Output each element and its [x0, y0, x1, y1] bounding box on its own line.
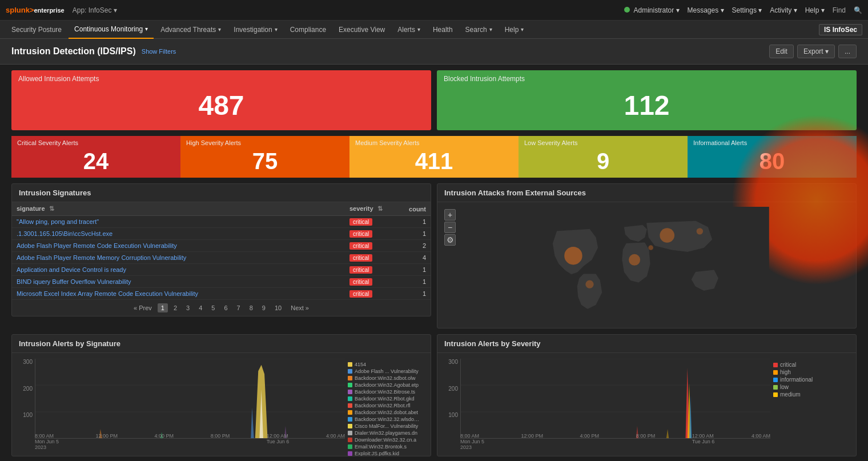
- signature-link[interactable]: BIND iquery Buffer Overflow Vulnerabilit…: [17, 278, 131, 285]
- admin-indicator[interactable]: Administrator ▾: [624, 6, 680, 14]
- page-number-button[interactable]: 1: [158, 303, 168, 312]
- critical-severity-panel: Critical Severity Alerts 24: [11, 136, 180, 178]
- legend-label: 4154: [355, 362, 366, 367]
- legend-item: critical: [773, 362, 847, 368]
- chart-signature-col: Intrusion Alerts by Signature 300 200 10…: [11, 334, 431, 461]
- chart-severity-content: [460, 359, 770, 439]
- medium-severity-label: Medium Severity Alerts: [355, 139, 513, 146]
- attack-bubble-5: [697, 228, 703, 234]
- legend-color-dot: [348, 390, 352, 394]
- prev-page-button[interactable]: « Prev: [130, 303, 155, 312]
- search-icon[interactable]: 🔍: [854, 6, 862, 14]
- nav-continuous-monitoring[interactable]: Continuous Monitoring: [69, 21, 154, 39]
- legend-item: Email:Win32.Brontok.s: [348, 444, 422, 450]
- zoom-out-button[interactable]: −: [444, 222, 456, 233]
- page-number-button[interactable]: 7: [234, 303, 244, 312]
- nav-executive-view[interactable]: Executive View: [333, 21, 391, 39]
- count-cell: 1: [396, 264, 431, 276]
- table-row: Microsoft Excel Index Array Remote Code …: [12, 288, 431, 300]
- legend-label: Backdoor:Win32.sdbot.olw: [355, 375, 416, 381]
- allowed-value: 487: [18, 85, 424, 126]
- page-number-button[interactable]: 8: [246, 303, 256, 312]
- signature-link[interactable]: Application and Device Control is ready: [17, 266, 126, 273]
- splunk-logo: splunk>enterprise: [6, 6, 65, 14]
- map-settings-button[interactable]: ⚙: [444, 234, 456, 246]
- messages-menu[interactable]: Messages ▾: [688, 6, 724, 14]
- edit-button[interactable]: Edit: [769, 45, 794, 58]
- right-column: Intrusion Attacks from External Sources …: [437, 183, 857, 334]
- is-badge: IS InfoSec: [819, 24, 862, 35]
- signature-link[interactable]: Adobe Flash Player Remote Code Execution…: [17, 242, 177, 249]
- help-menu[interactable]: Help ▾: [805, 6, 825, 14]
- nav-help[interactable]: Help: [499, 21, 530, 39]
- legend-item: high: [773, 369, 847, 375]
- signature-link[interactable]: .1.3001.165.105\Bin\ccSvcHst.exe: [17, 230, 112, 237]
- show-filters-link[interactable]: Show Filters: [142, 48, 176, 55]
- export-button[interactable]: Export ▾: [797, 45, 835, 58]
- page-number-button[interactable]: 4: [195, 303, 206, 312]
- legend-label: Backdoor:Win32.Rbot.rfl: [355, 403, 411, 408]
- table-row: "Allow ping, pong and tracert" critical …: [12, 216, 431, 228]
- nav-compliance[interactable]: Compliance: [284, 21, 332, 39]
- y-axis-left: 300 200 100: [18, 359, 35, 439]
- charts-row: Intrusion Alerts by Signature 300 200 10…: [11, 334, 857, 461]
- signature-link[interactable]: Microsoft Excel Index Array Remote Code …: [17, 290, 198, 297]
- x-axis-signature: 8:00 AMMon Jun 52023 12:00 PM 4:00 PM 8:…: [35, 431, 345, 450]
- legend-color-dot: [773, 392, 778, 397]
- svg-marker-5: [246, 365, 271, 438]
- nav-alerts[interactable]: Alerts: [392, 21, 426, 39]
- page-number-button[interactable]: 5: [208, 303, 218, 312]
- find-label: Find: [833, 6, 846, 14]
- more-button[interactable]: ...: [838, 45, 857, 58]
- header-actions: Edit Export ▾ ...: [769, 45, 857, 58]
- intrusion-signatures-title: Intrusion Signatures: [12, 184, 431, 202]
- signature-link[interactable]: "Allow ping, pong and tracert": [17, 218, 99, 225]
- chart-signature-area: 300 200 100: [12, 353, 431, 456]
- legend-item: informational: [773, 376, 847, 383]
- page-number-button[interactable]: 6: [220, 303, 231, 312]
- page-number-button[interactable]: 9: [259, 303, 269, 312]
- severity-badge: critical: [349, 230, 372, 238]
- signature-link[interactable]: Adobe Flash Player Remote Memory Corrupt…: [17, 254, 186, 261]
- activity-menu[interactable]: Activity ▾: [770, 6, 797, 14]
- intrusion-map-title: Intrusion Attacks from External Sources: [437, 184, 856, 202]
- world-map-svg: [442, 207, 851, 321]
- legend-color-dot: [773, 378, 778, 382]
- sort-icon-severity: ⇅: [377, 205, 383, 212]
- allowed-label: Allowed Intrusion Attempts: [18, 75, 424, 83]
- page-number-button[interactable]: 2: [170, 303, 180, 312]
- nav-health[interactable]: Health: [427, 21, 459, 39]
- legend-color-dot: [348, 417, 352, 422]
- legend-color-dot: [348, 403, 352, 408]
- low-severity-value: 9: [524, 149, 682, 174]
- col-header-count[interactable]: count: [396, 202, 431, 216]
- legend-color-dot: [348, 444, 352, 449]
- legend-item: Backdoor:Win32.Bitrose.ts: [348, 389, 422, 395]
- app-name[interactable]: App: InfoSec ▾: [73, 6, 117, 14]
- legend-item: Backdoor:Win32.sdbot.olw: [348, 375, 422, 381]
- chart-severity-legend: criticalhighinformationallowmedium: [770, 359, 850, 450]
- col-header-severity[interactable]: severity ⇅: [345, 202, 396, 216]
- nav-security-posture[interactable]: Security Posture: [6, 21, 67, 39]
- table-row: Adobe Flash Player Remote Memory Corrupt…: [12, 252, 431, 264]
- chart-severity-with-legend: 300 200 100: [443, 359, 850, 450]
- critical-severity-label: Critical Severity Alerts: [17, 139, 175, 146]
- nav-advanced-threats[interactable]: Advanced Threats: [155, 21, 227, 39]
- nav-investigation[interactable]: Investigation: [228, 21, 283, 39]
- table-row: Application and Device Control is ready …: [12, 264, 431, 276]
- high-severity-label: High Severity Alerts: [186, 139, 344, 146]
- severity-badge: critical: [349, 290, 372, 298]
- nav-search[interactable]: Search: [460, 21, 498, 39]
- col-header-signature[interactable]: signature ⇅: [12, 202, 345, 216]
- low-severity-label: Low Severity Alerts: [524, 139, 682, 146]
- next-page-button[interactable]: Next »: [287, 303, 312, 312]
- informational-severity-panel: Informational Alerts 80: [688, 136, 857, 178]
- informational-severity-value: 80: [693, 149, 851, 174]
- settings-menu[interactable]: Settings ▾: [732, 6, 762, 14]
- zoom-in-button[interactable]: +: [444, 209, 456, 221]
- high-severity-value: 75: [186, 149, 344, 174]
- legend-label: Backdoor:Win32.32.wlsdoor.iq: [355, 416, 422, 422]
- legend-label: Backdoor:Win32.Bitrose.ts: [355, 389, 415, 395]
- page-number-button[interactable]: 3: [183, 303, 193, 312]
- page-number-button[interactable]: 10: [271, 303, 285, 312]
